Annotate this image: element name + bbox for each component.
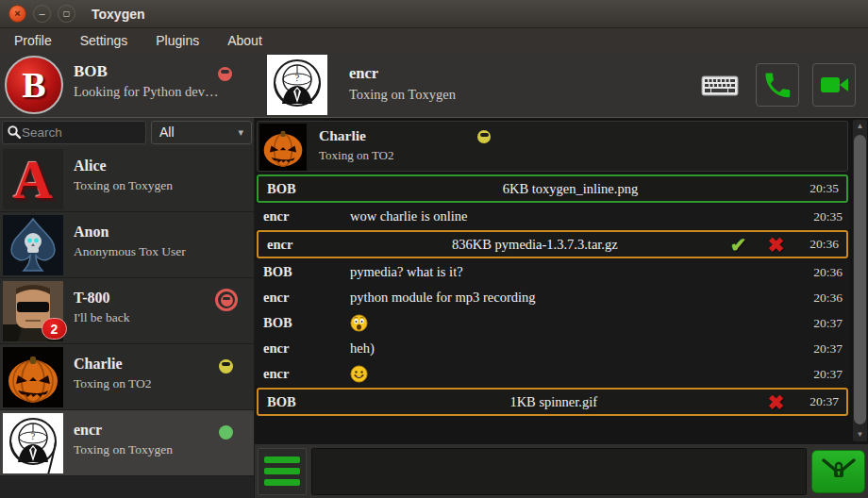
message-sender: BOB xyxy=(259,181,340,197)
menu-about[interactable]: About xyxy=(213,28,276,53)
contact-row-encr[interactable]: ? encr Toxing on Toxygen xyxy=(0,410,254,476)
online-status-icon xyxy=(219,425,233,440)
contact-row-alice[interactable]: A Alice Toxing on Toxygen xyxy=(0,146,254,212)
search-input[interactable] xyxy=(22,125,145,140)
screen-keyboard-button[interactable] xyxy=(701,74,739,98)
charlie-online-card[interactable]: Charlie Toxing on TO2 xyxy=(257,121,848,172)
peer-name: encr xyxy=(349,64,378,83)
peer-avatar: ? xyxy=(267,55,327,115)
window-minimize-button[interactable]: – xyxy=(33,5,51,23)
charlie-avatar xyxy=(259,124,307,171)
window-maximize-button[interactable]: ▢ xyxy=(58,5,75,23)
message-sender: encr xyxy=(255,366,336,382)
phone-icon xyxy=(762,70,793,100)
title-bar: × – ▢ Toxygen xyxy=(0,0,868,28)
scroll-up-arrow-icon[interactable]: ▲ xyxy=(853,120,867,133)
scroll-down-arrow-icon[interactable]: ▼ xyxy=(853,428,867,441)
decline-file-button[interactable]: ✖ xyxy=(767,235,784,255)
audio-call-button[interactable] xyxy=(756,63,799,107)
contact-status-message: Toxing on Toxygen xyxy=(74,178,173,193)
message-file-transfer[interactable]: BOB 1KB spinner.gif ✖ 20:37 xyxy=(257,388,848,416)
message-file-transfer[interactable]: encr 836KB pymedia-1.3.7.3.tar.gz ✔ ✖ 20… xyxy=(257,230,848,258)
contact-name: Anon xyxy=(74,224,108,241)
message-text: wow charlie is online xyxy=(336,208,805,224)
contact-status-message: Toxing on Toxygen xyxy=(74,442,173,457)
message-row: BOB 20:37 xyxy=(255,310,850,336)
busy-new-messages-status-icon xyxy=(215,289,238,311)
message-row: encr python module for mp3 recording 20:… xyxy=(255,285,850,310)
window-close-button[interactable]: × xyxy=(8,5,26,23)
self-status-message: Looking for Python dev… xyxy=(74,84,218,100)
file-transfer-label: 1KB spinner.gif xyxy=(340,394,767,410)
message-row: encr heh) 20:37 xyxy=(255,336,850,361)
self-name: BOB xyxy=(74,62,108,81)
contacts-panel: All ▾ A Alice Toxing on Toxygen xyxy=(0,118,255,498)
alice-avatar: A xyxy=(3,149,63,209)
message-input[interactable] xyxy=(311,448,807,495)
message-sender: encr xyxy=(255,208,336,224)
message-smiley xyxy=(336,314,805,332)
file-transfer-label: 6KB toxygen_inline.png xyxy=(340,181,801,197)
file-transfer-actions: ✔ ✖ xyxy=(730,235,784,255)
contact-row-anon[interactable]: Anon Anonymous Tox User xyxy=(0,212,254,278)
cancel-file-button[interactable]: ✖ xyxy=(767,392,784,412)
message-time: 20:37 xyxy=(805,316,850,331)
message-sender: encr xyxy=(259,237,340,253)
self-profile[interactable]: B BOB Looking for Python dev… xyxy=(0,53,255,117)
contact-name: Alice xyxy=(74,158,107,174)
message-file-transfer[interactable]: BOB 6KB toxygen_inline.png 20:35 xyxy=(257,174,848,203)
message-sender: encr xyxy=(255,340,336,357)
menu-profile[interactable]: Profile xyxy=(0,28,66,53)
menu-plugins[interactable]: Plugins xyxy=(142,28,213,53)
charlie-avatar xyxy=(3,347,63,407)
card-contact-name: Charlie xyxy=(319,127,366,144)
contact-list: A Alice Toxing on Toxygen xyxy=(0,146,254,476)
file-transfer-label: 836KB pymedia-1.3.7.3.tar.gz xyxy=(340,237,730,253)
contact-row-t800[interactable]: T-800 I'll be back 2 xyxy=(0,278,254,344)
menu-bar: Profile Settings Plugins About xyxy=(0,28,868,53)
message-time: 20:36 xyxy=(805,265,850,280)
search-icon xyxy=(7,124,22,140)
message-text: heh) xyxy=(336,340,805,357)
chat-panel: Charlie Toxing on TO2 BOB 6KB toxygen_in… xyxy=(255,118,868,498)
contact-status-message: Anonymous Tox User xyxy=(74,244,186,259)
busy-status-icon[interactable] xyxy=(218,67,232,81)
search-box xyxy=(2,121,146,144)
close-icon: × xyxy=(14,8,20,19)
card-status-message: Toxing on TO2 xyxy=(319,148,394,163)
message-sender: BOB xyxy=(255,264,336,280)
svg-text:?: ? xyxy=(295,72,300,83)
spade-skull-avatar-image xyxy=(3,215,63,275)
header: B BOB Looking for Python dev… ? xyxy=(0,53,868,118)
scrollbar-thumb[interactable] xyxy=(854,135,866,424)
message-time: 20:36 xyxy=(805,290,850,306)
contact-filter-dropdown[interactable]: All ▾ xyxy=(151,121,252,144)
peer-status-message: Toxing on Toxygen xyxy=(349,87,456,103)
pumpkin-avatar-image xyxy=(259,124,307,171)
toxygen-window: × – ▢ Toxygen Profile Settings Plugins A… xyxy=(0,0,868,498)
hamburger-menu-icon xyxy=(264,456,300,463)
send-message-button[interactable] xyxy=(811,450,865,493)
unread-count: 2 xyxy=(51,322,58,337)
contact-row-charlie[interactable]: Charlie Toxing on TO2 xyxy=(0,344,254,410)
menu-settings[interactable]: Settings xyxy=(66,28,142,53)
main-area: All ▾ A Alice Toxing on Toxygen xyxy=(0,118,868,498)
chevron-down-icon: ▾ xyxy=(238,126,243,139)
file-transfer-actions: ✖ xyxy=(767,392,784,412)
anonymous-avatar-image: ? xyxy=(267,55,327,115)
message-history: Charlie Toxing on TO2 BOB 6KB toxygen_in… xyxy=(255,118,868,443)
message-row: encr 20:37 xyxy=(255,361,850,387)
video-camera-icon xyxy=(818,71,850,99)
self-avatar[interactable]: B xyxy=(5,56,63,114)
svg-text:?: ? xyxy=(31,430,36,441)
attachments-menu-button[interactable] xyxy=(258,448,307,495)
anon-avatar xyxy=(3,215,63,275)
accept-file-button[interactable]: ✔ xyxy=(730,235,747,255)
contact-status-message: Toxing on TO2 xyxy=(74,376,152,391)
video-call-button[interactable] xyxy=(812,63,856,107)
chat-scrollbar[interactable]: ▲ ▼ xyxy=(853,120,867,441)
filter-selected-value: All xyxy=(159,124,238,140)
message-time: 20:37 xyxy=(805,367,850,382)
message-smiley xyxy=(336,365,805,383)
contact-name: Charlie xyxy=(74,356,123,373)
